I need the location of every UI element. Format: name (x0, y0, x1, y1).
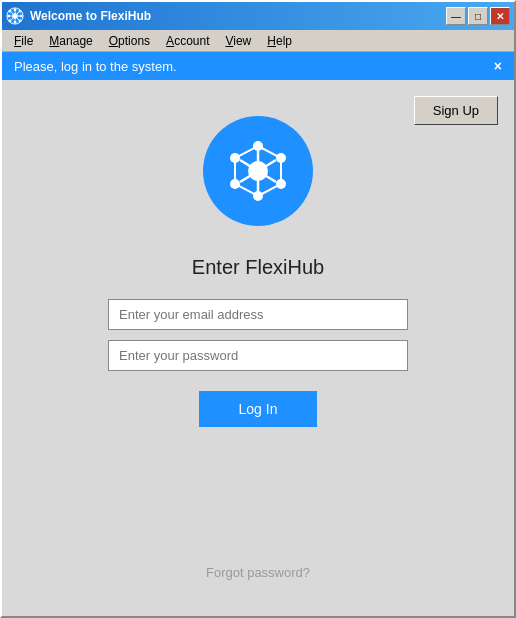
email-input[interactable] (108, 299, 408, 330)
window-controls: — □ ✕ (446, 7, 510, 25)
notification-text: Please, log in to the system. (14, 59, 177, 74)
window-title: Welcome to FlexiHub (30, 9, 446, 23)
menu-options[interactable]: Options (101, 32, 158, 50)
menu-file[interactable]: File (6, 32, 41, 50)
menu-help[interactable]: Help (259, 32, 300, 50)
main-window: Welcome to FlexiHub — □ ✕ File Manage Op… (0, 0, 516, 618)
maximize-button[interactable]: □ (468, 7, 488, 25)
notification-close-button[interactable]: × (494, 58, 502, 74)
logo-svg (223, 136, 293, 206)
app-logo (203, 116, 313, 226)
content-area: Sign Up (2, 80, 514, 616)
password-field-group (108, 340, 408, 371)
title-bar: Welcome to FlexiHub — □ ✕ (2, 2, 514, 30)
menu-bar: File Manage Options Account View Help (2, 30, 514, 52)
menu-manage[interactable]: Manage (41, 32, 100, 50)
notification-bar: Please, log in to the system. × (2, 52, 514, 80)
minimize-button[interactable]: — (446, 7, 466, 25)
password-input[interactable] (108, 340, 408, 371)
login-button[interactable]: Log In (199, 391, 318, 427)
forgot-password-link[interactable]: Forgot password? (206, 565, 310, 580)
close-button[interactable]: ✕ (490, 7, 510, 25)
email-field-group (108, 299, 408, 330)
menu-view[interactable]: View (217, 32, 259, 50)
menu-account[interactable]: Account (158, 32, 217, 50)
signup-button[interactable]: Sign Up (414, 96, 498, 125)
app-icon (6, 7, 24, 25)
app-title: Enter FlexiHub (192, 256, 324, 279)
